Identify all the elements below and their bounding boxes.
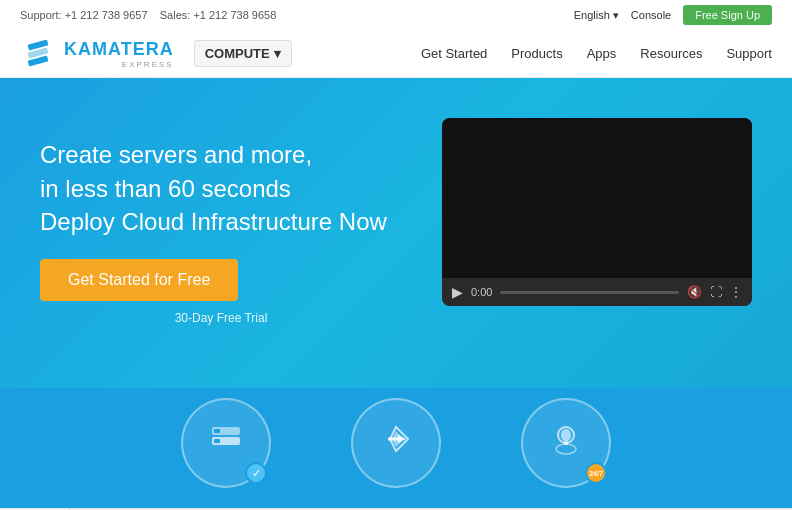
nav-bar: KAMATERA EXPRESS COMPUTE ▾ Get Started P… [0,30,792,78]
headline-line1: Create servers and more, [40,138,402,172]
logo-text-area: KAMATERA EXPRESS [64,39,174,69]
logo-area: KAMATERA EXPRESS [20,36,174,72]
headline-line2: in less than 60 seconds [40,172,402,206]
check-badge: ✓ [245,462,267,484]
logo-name: KAMATERA [64,39,174,59]
nav-resources[interactable]: Resources [640,46,702,61]
servers-icon [206,419,246,467]
feature-icon-2 [351,398,441,488]
volume-icon[interactable]: 🔇 [687,285,702,299]
more-options-icon[interactable]: ⋮ [730,285,742,299]
svg-rect-4 [214,429,220,433]
logo-express: EXPRESS [64,60,174,69]
trial-text: 30-Day Free Trial [40,311,402,325]
time-display: 0:00 [471,286,492,298]
sales-text: Sales: +1 212 738 9658 [160,9,277,21]
support-icon [546,419,586,467]
feature-icon-3: 24/7 [521,398,611,488]
top-bar: Support: +1 212 738 9657 Sales: +1 212 7… [0,0,792,30]
support-text: Support: +1 212 738 9657 [20,9,148,21]
logo-icon [20,36,56,72]
chevron-down-icon: ▾ [613,9,619,22]
top-bar-right: English ▾ Console Free Sign Up [574,5,772,25]
svg-point-12 [556,444,576,454]
video-player[interactable]: ▶ 0:00 🔇 ⛶ ⋮ [442,118,752,306]
video-controls: ▶ 0:00 🔇 ⛶ ⋮ [442,278,752,306]
video-screen [442,118,752,278]
hero-section: Create servers and more, in less than 60… [0,78,792,388]
headline-line3: Deploy Cloud Infrastructure Now [40,205,402,239]
nav-get-started[interactable]: Get Started [421,46,487,61]
language-selector[interactable]: English ▾ [574,9,619,22]
features-section: ✓ 24/7 [0,388,792,508]
compute-button[interactable]: COMPUTE ▾ [194,40,292,67]
progress-bar[interactable] [500,291,679,294]
console-link[interactable]: Console [631,9,671,21]
language-label: English [574,9,610,21]
nav-products[interactable]: Products [511,46,562,61]
hero-content: Create servers and more, in less than 60… [40,118,402,325]
svg-rect-6 [214,439,220,443]
hero-headline: Create servers and more, in less than 60… [40,138,402,239]
performance-icon [376,419,416,467]
fullscreen-icon[interactable]: ⛶ [710,285,722,299]
compute-label: COMPUTE [205,46,270,61]
nav-apps[interactable]: Apps [587,46,617,61]
free-signup-button[interactable]: Free Sign Up [683,5,772,25]
nav-support[interactable]: Support [726,46,772,61]
play-button[interactable]: ▶ [452,284,463,300]
main-nav: Get Started Products Apps Resources Supp… [421,46,772,61]
feature-icon-1: ✓ [181,398,271,488]
support-info: Support: +1 212 738 9657 Sales: +1 212 7… [20,9,276,21]
chevron-down-icon: ▾ [274,46,281,61]
cta-button[interactable]: Get Started for Free [40,259,238,301]
247-badge: 24/7 [585,462,607,484]
